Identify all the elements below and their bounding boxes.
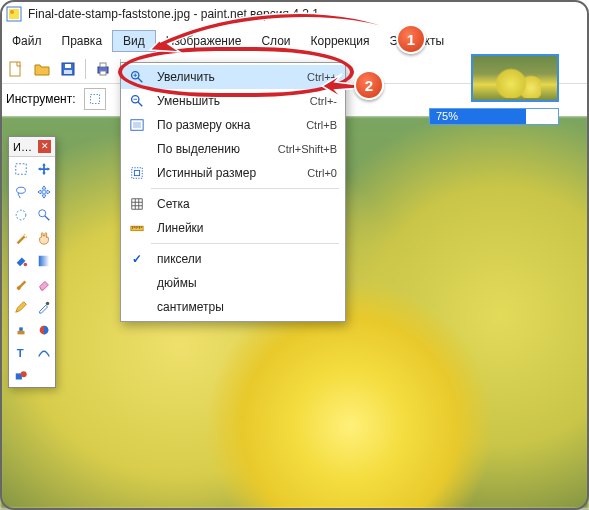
menu-item-inches[interactable]: дюймы [121,271,345,295]
menu-item-label: сантиметры [157,300,337,314]
tool-fill[interactable] [9,249,32,272]
instrument-dropdown[interactable] [84,88,106,110]
menu-separator [151,243,339,244]
tool-gradient[interactable] [32,249,55,272]
menu-item-shortcut: Ctrl+0 [307,167,337,179]
tools-window-titlebar[interactable]: И… ✕ [9,137,55,157]
zoom-progress[interactable]: 75% [429,108,559,125]
menu-item-label: По выделению [157,142,268,156]
menu-item-grid[interactable]: Сетка [121,192,345,216]
tool-brush[interactable] [9,272,32,295]
app-icon [6,6,22,22]
new-button[interactable] [4,57,28,81]
ruler-icon [127,221,147,235]
svg-rect-14 [90,95,99,104]
tools-window[interactable]: И… ✕ T [8,136,56,388]
tool-lasso[interactable] [9,180,32,203]
svg-point-34 [23,262,27,266]
zoom-in-icon [127,70,147,84]
menu-item-centimeters[interactable]: сантиметры [121,295,345,319]
svg-rect-1 [9,9,19,19]
menu-item-zoom-out[interactable]: Уменьшить Ctrl+- [121,89,345,113]
checkmark-icon: ✓ [127,252,147,266]
menu-item-label: пиксели [157,252,337,266]
menu-view[interactable]: Вид [112,30,156,52]
svg-point-32 [23,233,25,235]
menu-adjust[interactable]: Коррекция [301,28,380,54]
svg-point-33 [25,236,27,238]
actual-size-icon [127,166,147,180]
menu-item-zoom-in[interactable]: Увеличить Ctrl++ [121,65,345,89]
svg-rect-5 [65,64,71,68]
menu-item-label: Уменьшить [157,94,300,108]
fit-window-icon [127,118,147,132]
tool-magic-wand[interactable] [9,226,32,249]
menu-item-shortcut: Ctrl++ [307,71,337,83]
tool-shapes[interactable] [9,364,32,387]
svg-rect-9 [100,71,106,75]
svg-line-16 [138,78,142,82]
menu-item-rulers[interactable]: Линейки [121,216,345,240]
svg-rect-35 [38,255,49,266]
view-menu-dropdown: Увеличить Ctrl++ Уменьшить Ctrl+- По раз… [120,62,346,322]
tool-move-selection[interactable] [32,180,55,203]
tool-empty [32,364,55,387]
menu-item-shortcut: Ctrl+- [310,95,337,107]
tool-pan[interactable] [32,226,55,249]
menu-item-pixels[interactable]: ✓ пиксели [121,247,345,271]
svg-point-30 [38,209,45,216]
svg-rect-6 [64,70,72,74]
svg-line-20 [138,102,142,106]
tool-move[interactable] [32,157,55,180]
zoom-value: 75% [436,110,458,122]
menu-item-label: дюймы [157,276,337,290]
menu-item-label: Увеличить [157,70,297,84]
annotation-badge-2: 2 [354,70,384,100]
menu-separator [151,188,339,189]
toolbar-separator [85,59,86,79]
tool-rect-select[interactable] [9,157,32,180]
svg-rect-24 [132,168,143,179]
rectangle-select-icon [89,93,101,105]
tool-ellipse-select[interactable] [9,203,32,226]
menu-item-label: Истинный размер [157,166,297,180]
tool-line[interactable] [32,341,55,364]
svg-rect-8 [100,63,106,67]
grid-icon [127,197,147,211]
menu-image[interactable]: Изображение [156,28,252,54]
svg-rect-25 [134,170,139,175]
menu-file[interactable]: Файл [2,28,52,54]
tool-recolor[interactable] [32,318,55,341]
tool-clone[interactable] [9,318,32,341]
close-icon[interactable]: ✕ [38,140,51,153]
menu-edit[interactable]: Правка [52,28,113,54]
tools-window-title: И… [13,141,32,153]
tool-text[interactable]: T [9,341,32,364]
titlebar: Final-date-stamp-faststone.jpg - paint.n… [0,0,589,28]
open-button[interactable] [30,57,54,81]
tool-zoom[interactable] [32,203,55,226]
svg-line-31 [44,215,48,219]
save-button[interactable] [56,57,80,81]
menubar: Файл Правка Вид Изображение Слои Коррекц… [0,28,589,54]
tool-pencil[interactable] [9,295,32,318]
svg-rect-23 [134,122,141,127]
menu-layers[interactable]: Слои [251,28,300,54]
menu-item-fit-window[interactable]: По размеру окна Ctrl+B [121,113,345,137]
svg-point-36 [45,301,49,305]
menu-item-label: По размеру окна [157,118,296,132]
image-thumbnail[interactable] [471,54,559,102]
menu-item-fit-selection[interactable]: По выделению Ctrl+Shift+B [121,137,345,161]
tool-eraser[interactable] [32,272,55,295]
menu-item-shortcut: Ctrl+B [306,119,337,131]
svg-rect-27 [15,163,26,174]
menu-item-actual-size[interactable]: Истинный размер Ctrl+0 [121,161,345,185]
svg-point-28 [16,187,25,193]
menu-item-shortcut: Ctrl+Shift+B [278,143,337,155]
tool-colorpicker[interactable] [32,295,55,318]
menu-item-label: Сетка [157,197,337,211]
svg-point-2 [10,10,14,14]
annotation-badge-1: 1 [396,24,426,54]
tool-grid: T [9,157,55,387]
print-button[interactable] [91,57,115,81]
